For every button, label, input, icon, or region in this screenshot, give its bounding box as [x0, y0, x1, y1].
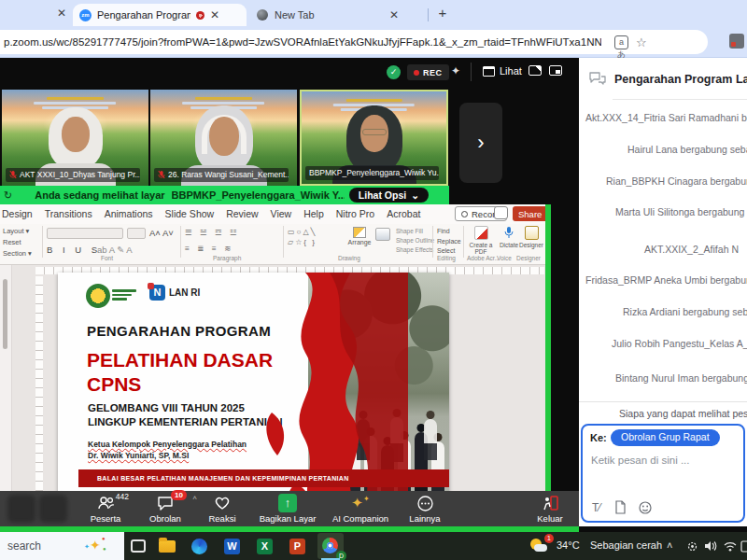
- minimize-window-icon[interactable]: [529, 65, 542, 76]
- security-shield-icon[interactable]: ✓: [387, 65, 401, 79]
- screen-share-banner: ↻ Anda sedang melihat layar BBPMKP_Penye…: [0, 186, 449, 204]
- ppt-menu-item[interactable]: Nitro Pro: [336, 208, 374, 219]
- close-icon[interactable]: ✕: [389, 9, 399, 21]
- participants-button[interactable]: 442 Peserta: [75, 494, 136, 524]
- lan-ri-label: LAN RI: [169, 287, 200, 298]
- ai-companion-button[interactable]: ✦✦ AI Companion: [325, 494, 396, 524]
- chat-label: Obrolan: [134, 513, 196, 524]
- font-style-buttons[interactable]: B I U S: [47, 245, 101, 255]
- arrange-button[interactable]: Arrange: [347, 227, 372, 245]
- ppt-menu-item[interactable]: Help: [303, 208, 324, 219]
- comments-icon[interactable]: [494, 206, 508, 219]
- word-icon[interactable]: W: [224, 539, 240, 554]
- close-icon[interactable]: ✕: [210, 9, 219, 21]
- shared-screen-border: [545, 204, 551, 526]
- shape-gallery[interactable]: ▭○△╲▱☆{ }: [288, 227, 342, 247]
- video-tile[interactable]: 26. Raras Wangi Susani_Kement...: [150, 90, 297, 186]
- ppt-workspace: N LAN RI PENGARAHAN PROGRAM PELATIHAN DA…: [0, 265, 545, 526]
- reactions-button[interactable]: Reaksi: [191, 494, 253, 524]
- ribbon-group-label: Editing: [437, 255, 456, 261]
- ppt-menu-item[interactable]: Acrobat: [387, 208, 420, 219]
- weather-temp[interactable]: 34°C: [557, 539, 580, 551]
- slide-tools[interactable]: Layout ▾ Reset Section ▾: [3, 226, 32, 259]
- heart-icon: [214, 496, 231, 511]
- url-bar[interactable]: p.zoom.us/wc/85291777475/join?fromPWA=1&…: [0, 30, 708, 54]
- face: [62, 117, 90, 152]
- font-name-box[interactable]: [47, 228, 123, 239]
- list-buttons[interactable]: ☰ ☱ ☲ ☳: [185, 228, 240, 237]
- slide-canvas[interactable]: N LAN RI PENGARAHAN PROGRAM PELATIHAN DA…: [58, 273, 449, 505]
- more-button[interactable]: Lainnya: [394, 494, 456, 524]
- ai-companion-icon: ✦✦: [351, 495, 369, 511]
- tray-partial-icon[interactable]: [740, 540, 747, 553]
- more-font-icons[interactable]: ab A ✎ A: [97, 245, 133, 255]
- view-button[interactable]: Lihat: [483, 65, 522, 77]
- chat-message: Julio Robih Pangestu_Kelas A_: [612, 338, 747, 349]
- powerpoint-icon[interactable]: P: [289, 539, 305, 554]
- translate-icon[interactable]: aあ: [614, 35, 628, 49]
- attach-file-icon[interactable]: [614, 500, 627, 514]
- next-videos-button[interactable]: ›: [459, 103, 502, 183]
- extension-icon[interactable]: [729, 34, 744, 49]
- slide-thumbnail-pane[interactable]: [0, 265, 12, 526]
- refresh-icon[interactable]: ↻: [4, 189, 12, 202]
- emoji-icon[interactable]: [639, 501, 652, 514]
- bookmark-star-icon[interactable]: ☆: [636, 35, 647, 49]
- scrollbar[interactable]: [3, 279, 7, 349]
- blurred-control[interactable]: [39, 495, 67, 523]
- share-banner-sharer: BBPMKP_Penyelenggara_Wiwik Y...: [172, 189, 345, 201]
- file-explorer-icon[interactable]: [159, 540, 176, 553]
- format-text-icon[interactable]: T⁄: [592, 501, 600, 514]
- chrome-taskbar-button[interactable]: D: [317, 533, 344, 559]
- new-tab-button[interactable]: +: [435, 6, 450, 21]
- newtab-favicon-icon: [257, 9, 268, 21]
- tray-chevron-up-icon[interactable]: ˄: [667, 539, 672, 551]
- align-buttons[interactable]: ≡ ≣ ≡ ≋: [185, 244, 233, 253]
- edge-icon[interactable]: [191, 539, 207, 554]
- weather-icon[interactable]: 1: [530, 537, 551, 555]
- task-view-icon[interactable]: [131, 539, 146, 553]
- message-input[interactable]: Ketik pesan di sini ...: [591, 455, 689, 466]
- share-screen-button[interactable]: ↑ Bagikan Layar: [254, 494, 321, 524]
- blurred-control[interactable]: [7, 495, 35, 523]
- chat-compose-box[interactable]: Ke: Obrolan Grup Rapat Ketik pesan di si…: [581, 424, 745, 523]
- speaker-icon[interactable]: [704, 540, 717, 552]
- font-grow-shrink-icons[interactable]: A˄ A˅: [149, 228, 174, 238]
- ppt-menu-item[interactable]: View: [271, 208, 292, 219]
- tab-title: Pengarahan Program Latsar: [97, 9, 190, 21]
- leave-icon: [542, 496, 558, 511]
- shape-format-tools[interactable]: Shape Fill Shape Outline Shape Effects: [396, 227, 434, 255]
- tray-device-icon[interactable]: [686, 540, 698, 553]
- leave-button[interactable]: Keluar: [519, 494, 581, 524]
- url-text: p.zoom.us/wc/85291777475/join?fromPWA=1&…: [4, 36, 601, 48]
- quick-styles-button[interactable]: [375, 228, 390, 241]
- ai-sparkle-icon[interactable]: ✦: [451, 64, 460, 77]
- view-options-button[interactable]: Lihat Opsi ⌄: [349, 188, 429, 203]
- designer-button[interactable]: Designer: [515, 226, 545, 248]
- excel-icon[interactable]: X: [257, 539, 273, 554]
- wifi-icon[interactable]: [724, 541, 737, 552]
- more-icon: [417, 496, 433, 511]
- recipient-pill[interactable]: Obrolan Grup Rapat: [611, 429, 720, 446]
- video-tile-active-speaker[interactable]: BBPMKP_Penyelenggara_Wiwik Yu...: [300, 90, 448, 186]
- ppt-menu-item[interactable]: Transitions: [45, 208, 92, 219]
- ppt-menu-item[interactable]: Slide Show: [165, 208, 215, 219]
- popout-window-icon[interactable]: [549, 65, 562, 76]
- ppt-menu-item[interactable]: Review: [226, 208, 258, 219]
- ppt-menu-item[interactable]: Design: [2, 208, 33, 219]
- font-size-box[interactable]: [127, 228, 146, 239]
- chat-button[interactable]: 10 ˄ Obrolan: [134, 494, 196, 524]
- close-icon[interactable]: ✕: [57, 7, 66, 19]
- create-pdf-button[interactable]: Create a PDF: [465, 226, 497, 255]
- reactions-label: Reaksi: [191, 513, 253, 524]
- tab-new-tab[interactable]: New Tab ✕: [248, 4, 422, 26]
- ppt-menu-item[interactable]: Animations: [105, 208, 153, 219]
- taskbar-search[interactable]: search ✦✦●●: [0, 532, 124, 560]
- ribbon-group-label: Voice: [497, 255, 512, 261]
- chat-privacy-row[interactable]: Siapa yang dapat melihat pesan: [579, 401, 747, 424]
- video-tile[interactable]: AKT XXXI_10_Dhyas Tanjung Pr...: [2, 90, 148, 186]
- ppt-share-button[interactable]: Share ⌄: [513, 206, 545, 221]
- editing-tools[interactable]: Find Replace Select: [437, 227, 461, 257]
- weather-description[interactable]: Sebagian cerah: [590, 539, 662, 551]
- tab-meeting[interactable]: zm Pengarahan Program Latsar ✕: [73, 4, 247, 26]
